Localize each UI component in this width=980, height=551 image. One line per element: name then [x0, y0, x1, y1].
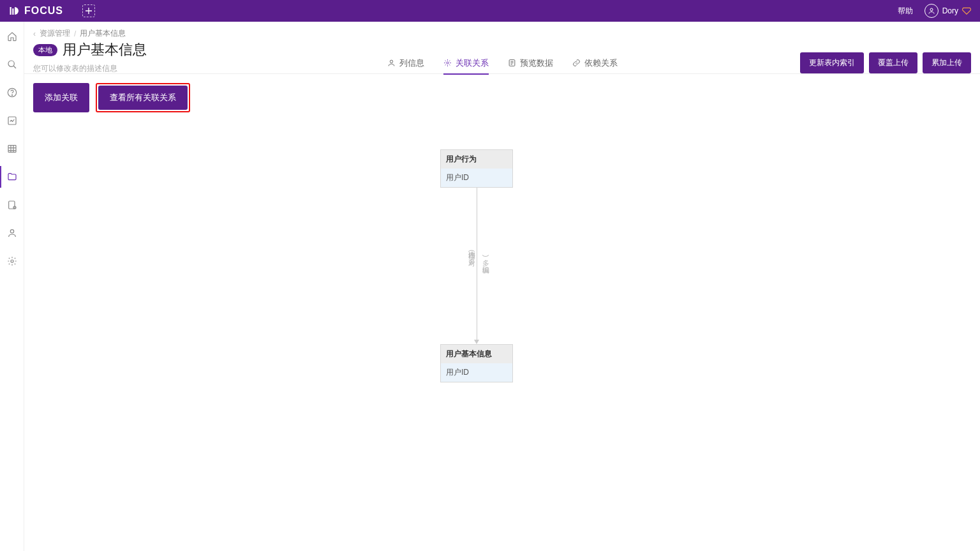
svg-point-13	[446, 62, 448, 64]
tab-label: 列信息	[399, 57, 424, 69]
new-button[interactable]	[82, 4, 95, 17]
breadcrumb: ‹ 资源管理 / 用户基本信息	[24, 22, 980, 40]
avatar-icon	[924, 4, 939, 18]
breadcrumb-parent[interactable]: 资源管理	[40, 28, 70, 39]
svg-rect-1	[12, 8, 13, 15]
svg-point-11	[11, 260, 13, 262]
diagram-node-target[interactable]: 用户基本信息 用户ID	[440, 344, 513, 382]
node-title: 用户行为	[441, 150, 512, 169]
node-title: 用户基本信息	[441, 345, 512, 363]
page-title: 用户基本信息	[63, 40, 147, 59]
node-column: 用户ID	[441, 169, 512, 187]
nav-resources[interactable]	[6, 171, 18, 183]
svg-point-2	[930, 8, 933, 11]
nav-users[interactable]	[6, 227, 18, 239]
source-badge: 本地	[33, 44, 57, 56]
breadcrumb-back-icon[interactable]: ‹	[33, 29, 36, 38]
topbar: FOCUS 帮助 Dory	[0, 0, 980, 22]
overwrite-upload-button[interactable]: 覆盖上传	[869, 52, 917, 73]
edge-label-left: 内连接 (多对	[467, 245, 477, 254]
user-icon	[387, 59, 396, 67]
relations-toolbar: 添加关联 查看所有关联关系	[33, 83, 190, 112]
append-upload-button[interactable]: 累加上传	[923, 52, 971, 73]
username: Dory	[942, 6, 958, 15]
brand-mark-icon	[9, 5, 20, 17]
nav-help[interactable]	[6, 87, 18, 98]
diamond-icon	[962, 7, 971, 15]
svg-point-3	[8, 61, 14, 66]
edge-label-right: 多) 编辑	[481, 254, 491, 262]
nav-table[interactable]	[6, 143, 18, 155]
tab-preview[interactable]: 预览数据	[508, 57, 553, 74]
view-all-relations-button[interactable]: 查看所有关联关系	[98, 86, 188, 110]
relation-icon	[443, 59, 452, 67]
svg-point-12	[390, 60, 392, 63]
svg-point-5	[11, 94, 12, 95]
brand-logo[interactable]: FOCUS	[9, 5, 63, 17]
preview-icon	[508, 59, 516, 67]
link-icon	[572, 59, 581, 67]
page-actions: 更新表内索引 覆盖上传 累加上传	[800, 52, 971, 73]
arrow-down-icon	[474, 340, 479, 344]
svg-rect-7	[8, 146, 16, 153]
tab-relations[interactable]: 关联关系	[443, 57, 489, 74]
highlight-annotation: 查看所有关联关系	[96, 83, 190, 112]
nav-config[interactable]	[6, 199, 18, 211]
reindex-button[interactable]: 更新表内索引	[800, 52, 864, 73]
brand-text: FOCUS	[24, 5, 63, 17]
nav-home[interactable]	[6, 31, 18, 42]
relation-canvas[interactable]: 用户行为 用户ID 内连接 (多对 多) 编辑 用户基本信息 用户ID	[24, 124, 980, 551]
tab-columns[interactable]: 列信息	[387, 57, 424, 74]
tab-dependencies[interactable]: 依赖关系	[572, 57, 618, 74]
tab-label: 依赖关系	[584, 57, 618, 69]
nav-search[interactable]	[6, 59, 18, 70]
main: ‹ 资源管理 / 用户基本信息 本地 用户基本信息 您可以修改表的描述信息 列信…	[24, 22, 980, 551]
help-link[interactable]: 帮助	[898, 6, 913, 17]
add-relation-button[interactable]: 添加关联	[33, 83, 89, 112]
breadcrumb-sep: /	[74, 29, 76, 38]
tab-label: 预览数据	[520, 57, 553, 69]
diagram-edge[interactable]	[477, 188, 477, 341]
node-column: 用户ID	[441, 363, 512, 382]
svg-point-10	[10, 230, 13, 233]
breadcrumb-current: 用户基本信息	[80, 28, 126, 39]
user-menu[interactable]: Dory	[924, 4, 971, 18]
svg-rect-0	[10, 7, 11, 15]
diagram-node-source[interactable]: 用户行为 用户ID	[440, 149, 513, 188]
nav-chart[interactable]	[6, 115, 18, 126]
nav-settings[interactable]	[6, 255, 18, 267]
sidebar	[0, 22, 24, 551]
tab-label: 关联关系	[456, 57, 489, 69]
